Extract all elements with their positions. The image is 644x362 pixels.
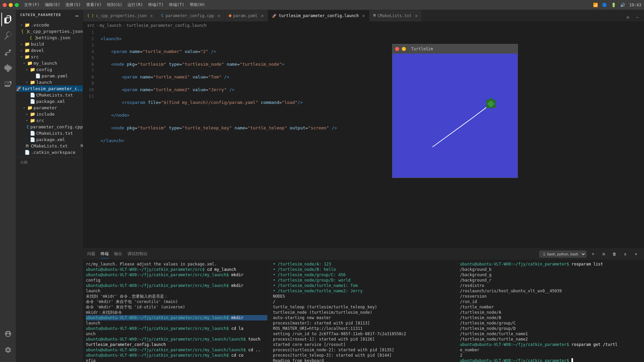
breadcrumb-my-launch[interactable]: my_launch xyxy=(100,23,121,28)
explorer-activity-icon[interactable] xyxy=(1,13,15,26)
tab-param-config-cpp[interactable]: C parameter_config.cpp × xyxy=(157,10,225,21)
tree-item-cmakelists2[interactable]: 📄 CMakeLists.txt xyxy=(16,130,83,136)
tree-item-my-launch[interactable]: ▾ 📁 my_launch xyxy=(16,60,83,66)
svg-point-5 xyxy=(492,100,496,103)
git-activity-icon[interactable] xyxy=(1,45,15,58)
tab-close-cpp-properties[interactable]: × xyxy=(150,13,153,18)
search-activity-icon[interactable] xyxy=(1,29,15,42)
tree-item-src2[interactable]: ▾ 📁 src xyxy=(16,117,83,124)
menu-goto[interactable]: 转到(G) xyxy=(107,2,122,8)
tab-close-param-config[interactable]: × xyxy=(217,13,220,18)
panel-tab-debug[interactable]: 调试控制台 xyxy=(127,250,148,258)
terminal-left[interactable]: rc/my_launch. Please adjust the values i… xyxy=(83,260,270,362)
terminal-line: /rosversion xyxy=(460,294,641,299)
line-numbers: 12345 678910 11 xyxy=(83,29,98,248)
terminal-line: /background_r xyxy=(460,278,641,283)
debug-activity-icon[interactable] xyxy=(1,61,15,74)
tree-item-src[interactable]: ▾ 📁 src xyxy=(16,54,83,60)
folder-icon10: 📁 xyxy=(30,118,36,123)
yaml-icon: 📄 xyxy=(35,73,41,78)
folder-icon4: 📁 xyxy=(24,54,30,59)
tree-item-build[interactable]: ▸ 📁 build xyxy=(16,41,83,47)
more-actions-icon[interactable]: ⋯ xyxy=(633,13,641,21)
close-button[interactable] xyxy=(3,3,7,7)
breadcrumb-src[interactable]: src xyxy=(87,23,95,28)
terminal-line: /turtlesim_node/group/D xyxy=(460,326,641,331)
svg-point-4 xyxy=(486,100,489,103)
delete-terminal-button[interactable]: 🗑 xyxy=(610,250,619,258)
tree-item-launch-file[interactable]: 🚀 turtlesim_parameter_c... xyxy=(16,85,83,92)
split-terminal-button[interactable]: ⊟ xyxy=(600,250,608,258)
launch-icon: 🚀 xyxy=(16,86,21,91)
terminal-middle[interactable]: • /turtlesim_node/A: 123 • /turtlesim_no… xyxy=(270,260,458,362)
terminal-line: ROS_MASTER_URI=http://localhost:11311 xyxy=(273,326,454,331)
terminal-line: 未找到 'mkidr' 命令，您要输入的是否是： xyxy=(86,294,267,299)
panel-tab-terminal[interactable]: 终端 xyxy=(101,250,109,258)
tree-item-param-yaml[interactable]: 📄 param.yaml xyxy=(16,73,83,79)
terminal-selector[interactable]: 1: bash, python, bash xyxy=(539,251,586,257)
terminal-line: /turtlesim_node/A xyxy=(460,310,641,315)
maximize-panel-button[interactable]: ∧ xyxy=(621,250,629,258)
clock: 19:43 xyxy=(629,3,641,7)
tree-item-vscode[interactable]: ▾ 📁 .vscode xyxy=(16,22,83,28)
close-panel-button[interactable]: × xyxy=(632,250,640,258)
maximize-button[interactable] xyxy=(15,3,19,7)
split-editor-icon[interactable]: ⊞ xyxy=(624,13,632,21)
panel-tab-output[interactable]: 输出 xyxy=(114,250,122,258)
turtlesim-close[interactable] xyxy=(395,47,399,51)
menu-terminal2[interactable]: 终端(T) xyxy=(169,2,184,8)
menu-run[interactable]: 运行(R) xyxy=(127,2,143,8)
tab-icon-cmake: M xyxy=(373,13,376,18)
turtlesim-window[interactable]: TurtleSim xyxy=(392,44,518,178)
extensions-activity-icon[interactable] xyxy=(1,77,15,90)
tree-item-launch-folder[interactable]: ▾ 📁 launch xyxy=(16,79,83,85)
tab-cpp-properties[interactable]: { } c_cpp_properties.json × xyxy=(83,10,157,21)
terminal-right[interactable]: ubuntu@ubuntu-VLT-WX0:~/fjy/catkin_param… xyxy=(457,260,644,362)
tab-cmakelists[interactable]: M CMakeLists.txt × xyxy=(369,10,422,21)
menu-terminal[interactable]: 终端(T) xyxy=(148,2,164,8)
menu-edit[interactable]: 编辑(E) xyxy=(45,2,60,8)
code-content[interactable]: <launch> <param name="turtle_number" val… xyxy=(98,29,644,248)
account-activity-icon[interactable] xyxy=(1,327,15,341)
menu-file[interactable]: 文件(F) xyxy=(24,2,40,8)
terminal-line: /background_g xyxy=(460,272,641,278)
minimize-button[interactable] xyxy=(9,3,13,7)
code-editor[interactable]: 12345 678910 11 <launch> <param name="tu… xyxy=(83,29,644,248)
tree-item-catkin-workspace[interactable]: 📄 .catkin_workspace xyxy=(16,149,83,156)
turtlesim-min[interactable] xyxy=(402,47,406,51)
tree-item-package-xml1[interactable]: 📄 package.xml xyxy=(16,98,83,105)
panel-toolbar: 1: bash, python, bash + ⊟ 🗑 ∧ × xyxy=(539,250,640,258)
terminal-line: /run_id xyxy=(460,299,641,304)
tree-item-settings[interactable]: { } settings.json xyxy=(16,35,83,41)
terminal-line: / xyxy=(273,299,454,304)
tree-item-parameter[interactable]: ▾ 📁 parameter xyxy=(16,105,83,111)
menu-help[interactable]: 帮助(H) xyxy=(190,2,205,8)
tab-close-cmake[interactable]: × xyxy=(415,13,418,18)
terminal-line: /background_b xyxy=(460,267,641,272)
add-terminal-button[interactable]: + xyxy=(589,250,597,258)
panel-tab-problems[interactable]: 问题 xyxy=(87,250,95,258)
tree-item-devel[interactable]: ▸ 📁 devel xyxy=(16,47,83,54)
settings-activity-icon[interactable] xyxy=(1,343,15,357)
tab-icon-cpp: C xyxy=(161,13,164,18)
terminal-line: 命令 'mkdir' 来自于包 'id-utils' (universe) xyxy=(86,304,267,310)
menu-view[interactable]: 查看(V) xyxy=(86,2,102,8)
tree-item-cmakelists1[interactable]: 📄 CMakeLists.txt xyxy=(16,92,83,98)
sidebar-menu-icon[interactable]: ⋯ xyxy=(75,13,79,19)
tab-launch[interactable]: 🚀 turtlesim_parameter_config.launch × xyxy=(268,10,369,21)
tree-item-package-xml2[interactable]: 📄 package.xml xyxy=(16,136,83,143)
tree-item-param-config-cpp[interactable]: C parameter_config.cpp xyxy=(16,124,83,130)
tree-item-cmakelists-root[interactable]: M CMakeLists.txt M xyxy=(16,143,83,149)
tree-item-include[interactable]: ▸ 📁 include xyxy=(16,111,83,117)
breadcrumb-file[interactable]: turtlesim_parameter_config.launch xyxy=(126,23,206,28)
tree-item-config[interactable]: ▾ 📁 config xyxy=(16,66,83,73)
menu-select[interactable]: 选择(S) xyxy=(65,2,81,8)
editor-and-turtlesim: 12345 678910 11 <launch> <param name="tu… xyxy=(83,29,644,248)
folder-icon9: 📁 xyxy=(30,112,36,117)
tab-close-launch[interactable]: × xyxy=(362,13,365,18)
tree-item-cpp-props[interactable]: { } c_cpp_properties.json xyxy=(16,28,83,35)
tab-param-yaml[interactable]: param.yaml × xyxy=(225,10,268,21)
tab-icon-json: { } xyxy=(87,13,94,18)
title-bar-right: 📶 🔵 🔋 🔊 19:43 xyxy=(593,3,641,7)
tab-close-yaml[interactable]: × xyxy=(261,13,264,18)
